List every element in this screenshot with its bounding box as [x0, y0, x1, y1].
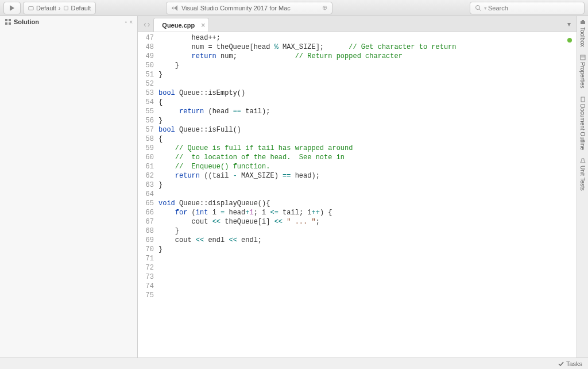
check-icon — [558, 361, 564, 367]
vs-icon — [171, 5, 178, 11]
nav-arrows: ‹ › — [140, 20, 153, 29]
config-name: Default — [36, 5, 56, 11]
panel-close-icon[interactable]: × — [129, 19, 133, 25]
svg-rect-7 — [9, 22, 11, 25]
line-gutter: 4748495051525354555657585960616263646566… — [138, 33, 158, 356]
folder-icon — [28, 5, 34, 11]
svg-rect-4 — [5, 19, 7, 21]
device-icon — [63, 5, 69, 11]
search-icon — [475, 5, 482, 11]
solution-panel: Solution ▫ × — [0, 16, 138, 358]
title-box[interactable]: Visual Studio Community 2017 for Mac ⊕ — [166, 2, 332, 14]
side-tab-document-outline[interactable]: Document Outline — [579, 97, 586, 150]
tasks-label[interactable]: Tasks — [566, 360, 582, 367]
tab-overflow[interactable]: ▾ — [562, 20, 577, 28]
code-editor[interactable]: 4748495051525354555657585960616263646566… — [138, 32, 577, 358]
side-tab-toolbox[interactable]: Toolbox — [579, 20, 586, 47]
side-tab-properties[interactable]: Properties — [579, 55, 586, 89]
close-icon[interactable]: × — [201, 21, 205, 29]
main-area: Solution ▫ × ‹ › Queue.cpp × ▾ 474849505… — [0, 16, 588, 358]
solution-title: Solution — [14, 18, 39, 25]
panel-dock-icon[interactable]: ▫ — [125, 19, 127, 25]
tab-bar: ‹ › Queue.cpp × ▾ — [138, 16, 577, 32]
svg-rect-1 — [64, 6, 68, 10]
search-input[interactable] — [488, 5, 579, 11]
solution-header[interactable]: Solution ▫ × — [0, 16, 137, 28]
plus-icon[interactable]: ⊕ — [322, 4, 327, 11]
status-indicator — [567, 38, 572, 43]
svg-rect-6 — [5, 22, 7, 25]
svg-rect-10 — [581, 55, 585, 60]
side-tab-unit-tests[interactable]: Unit Tests — [579, 158, 586, 191]
config-selector[interactable]: Default › Default — [23, 2, 96, 14]
app-title: Visual Studio Community 2017 for Mac — [181, 5, 291, 11]
file-tab[interactable]: Queue.cpp × — [153, 18, 209, 32]
svg-rect-9 — [582, 20, 584, 21]
run-button[interactable] — [3, 2, 21, 14]
nav-forward-icon[interactable]: › — [148, 20, 150, 29]
search-box[interactable]: ▾ — [470, 2, 585, 14]
svg-line-3 — [479, 9, 481, 11]
nav-back-icon[interactable]: ‹ — [144, 20, 146, 29]
right-sidebar: ToolboxPropertiesDocument OutlineUnit Te… — [577, 16, 588, 358]
tab-filename: Queue.cpp — [162, 22, 195, 29]
play-icon — [9, 5, 16, 11]
code-content[interactable]: head++; num = theQueue[head % MAX_SIZE];… — [158, 33, 577, 356]
svg-rect-5 — [9, 19, 11, 21]
svg-rect-12 — [581, 97, 585, 102]
target-name: Default — [71, 5, 91, 11]
solution-icon — [5, 18, 11, 25]
svg-rect-8 — [581, 21, 585, 24]
svg-rect-0 — [29, 6, 33, 10]
status-bar: Tasks — [0, 358, 588, 369]
top-toolbar: Default › Default Visual Studio Communit… — [0, 0, 588, 16]
editor-area: ‹ › Queue.cpp × ▾ 4748495051525354555657… — [138, 16, 577, 358]
svg-point-2 — [475, 5, 479, 9]
panel-controls: ▫ × — [125, 19, 133, 25]
